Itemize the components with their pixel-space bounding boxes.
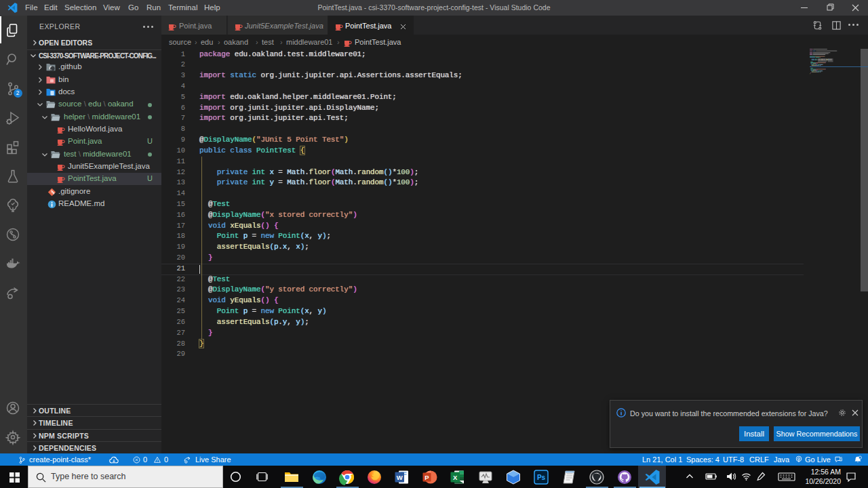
svg-text:X: X bbox=[453, 473, 458, 481]
svg-text:W: W bbox=[397, 473, 403, 481]
svg-text:Ps: Ps bbox=[537, 474, 546, 481]
svg-text:P: P bbox=[425, 473, 429, 481]
